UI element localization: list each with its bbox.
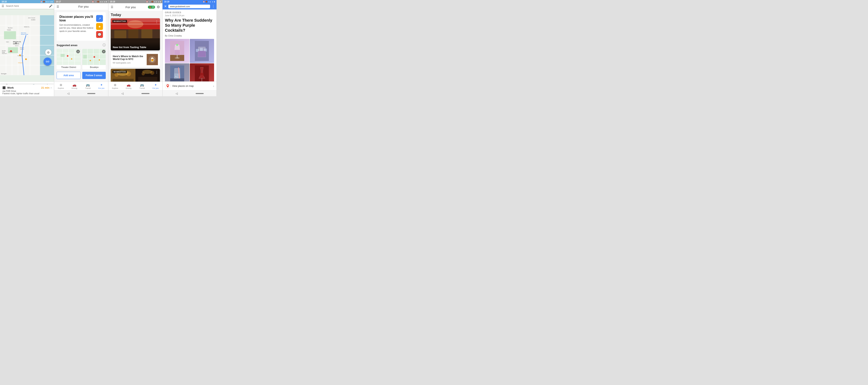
svg-point-84 [142, 72, 145, 75]
nav-transit-3[interactable]: 🚌 Transit [135, 83, 149, 90]
bookmark-icon: 🔖 [149, 6, 151, 8]
map-status-bar: 10:16 ⏰ 🔕 ▲▲ ▲ ▮ [0, 0, 54, 3]
map-area[interactable]: Brooklyn Heights BROOKLYN HEIGHTS Verizo… [0, 9, 54, 82]
list-card-text: Here's Where to Watch the World Cup in N… [113, 55, 145, 64]
svg-rect-66 [128, 28, 138, 38]
menu3-icon[interactable]: ☰ [111, 5, 113, 9]
today-time: 10:18 [110, 1, 115, 3]
go-button[interactable]: GO [43, 58, 52, 66]
map-link-text: View places on map [172, 85, 212, 88]
article-date: June 6, 2018 3:24 pm [162, 14, 217, 18]
list-card-title: Here's Where to Watch the World Cup in N… [113, 55, 145, 61]
nav-explore-3[interactable]: ⊕ Explore [108, 83, 122, 90]
foryou2-icon: ✦ [100, 83, 103, 87]
area-card-theater[interactable]: ✕ Theater District [57, 49, 81, 69]
locate-button[interactable]: ⊙ [45, 49, 52, 56]
svg-text:Google: Google [1, 73, 7, 74]
home-pill-3[interactable] [142, 93, 150, 94]
signal3-icon: ▲▲ [154, 1, 157, 3]
nav-driving-3[interactable]: 🚗 Driving [122, 83, 135, 90]
menu2-icon[interactable]: ☰ [57, 5, 59, 8]
nav-foryou-2[interactable]: ✦ For you [95, 83, 108, 90]
alarm3-icon: ⏰ [146, 1, 148, 3]
svg-rect-83 [138, 77, 157, 82]
area-card-brooklyn[interactable]: ✕ Brooklyn [82, 49, 106, 69]
discover-panel: 10:17 ⏰ 🤖 🔕 ▲▲ ▲ ▮ ☰ For you Discover pl… [54, 0, 108, 96]
svg-rect-104 [202, 78, 202, 82]
browser-more-icon[interactable]: ⋮ [212, 4, 215, 8]
driving2-label: Driving [72, 87, 77, 89]
follow-areas-button[interactable]: Follow 3 areas [82, 72, 106, 79]
svg-point-57 [90, 60, 91, 61]
more-options2-icon[interactable]: ⋮ [155, 70, 158, 74]
list-card-source: 🍽 tastingtable.com [113, 61, 145, 64]
wifi-icon: ▲ [49, 1, 51, 3]
more-options-icon[interactable]: ⋮ [155, 20, 158, 24]
wifi2-icon: ▲ [103, 1, 105, 3]
svg-text:High Street -: High Street - [21, 32, 27, 33]
discover-hero: Discover places you'll love Get recommen… [57, 12, 106, 41]
chat-icon: 💬 [96, 31, 103, 38]
notification-badge[interactable]: 🔖 23 [148, 6, 155, 9]
browser-bar: ✕ www.grubstreet.com ⋮ [162, 3, 217, 9]
article-content: GRUB GUIDES June 6, 2018 3:24 pm Why Are… [162, 9, 217, 82]
theater-remove-btn[interactable]: ✕ [76, 50, 80, 53]
nav-foryou-3[interactable]: ✦ For you [149, 83, 162, 90]
add-area-button[interactable]: Add area [57, 72, 81, 79]
info-icon[interactable]: ⓘ [102, 43, 106, 47]
url-bar[interactable]: www.grubstreet.com [168, 5, 210, 8]
second-featured-card[interactable]: MANHATTAN ⋮ [111, 69, 160, 82]
mic-icon[interactable]: 🎤 [49, 4, 52, 8]
back3-icon[interactable]: ◁ [121, 92, 124, 95]
theater-map: ✕ [57, 49, 81, 65]
driving3-icon: 🚗 [127, 83, 131, 87]
tasting-table-card[interactable]: MANHATTAN New list from Tasting Table ⋮ [111, 18, 160, 50]
today-status-icons: ⏰ 🤖 🔕 ▲▲ ▲ ▮ [146, 1, 161, 3]
discover-headline: Discover places you'll love [59, 15, 94, 22]
svg-text:WeWork Du...: WeWork Du... [24, 26, 30, 28]
svg-text:Brooklyn: Brooklyn [8, 27, 13, 29]
explore2-label: Explore [58, 87, 64, 89]
today-bottom-nav: ⊕ Explore 🚗 Driving 🚌 Transit ✦ For you [108, 82, 162, 90]
featured-badge: MANHATTAN [112, 20, 127, 23]
suggested-title: Suggested areas [57, 44, 78, 47]
svg-text:Brooklyn Bridge: Brooklyn Bridge [21, 34, 28, 35]
home-pill-2[interactable] [87, 93, 95, 94]
home-pill-4[interactable] [196, 93, 204, 94]
back2-icon[interactable]: ◁ [67, 92, 69, 95]
map-search-bar: ☰ 🎤 [0, 3, 54, 9]
svg-text:Brooklyn: Brooklyn [2, 50, 6, 51]
settings-icon[interactable]: ⚙ [157, 5, 160, 9]
back4-icon[interactable]: ◁ [176, 92, 178, 95]
battery2-icon: ▮ [106, 1, 106, 3]
menu-icon[interactable]: ☰ [2, 4, 4, 8]
svg-rect-78 [113, 79, 134, 82]
signal-icon: ▲▲ [45, 1, 49, 3]
work-chevron-icon[interactable]: › [51, 86, 52, 89]
today-panel: 10:18 ⏰ 🤖 🔕 ▲▲ ▲ ▮ ☰ For you 🔖 23 ⚙ Toda… [108, 0, 162, 96]
explore2-icon: ⊕ [60, 83, 62, 87]
nav-driving-2[interactable]: 🚗 Driving [68, 83, 81, 90]
today-section-title: Today [108, 11, 162, 18]
red-drink-img [195, 65, 209, 82]
theater-label: Theater District [57, 65, 81, 69]
nav-transit-2[interactable]: 🚌 Transit [81, 83, 95, 90]
today-content: Today MANHATTAN New list from Tasting T [108, 11, 162, 82]
photo-purple-ice [190, 39, 214, 63]
star-icon: ★ [96, 23, 103, 30]
search-input[interactable] [6, 5, 48, 7]
svg-rect-45 [61, 54, 65, 57]
map-link-bar[interactable]: View places on map › [162, 82, 217, 90]
signal4-icon: ▲▲ [208, 1, 211, 3]
second-badge: MANHATTAN [112, 70, 127, 73]
discover-time: 10:17 [56, 1, 61, 3]
driving2-icon: 🚗 [72, 83, 76, 87]
discover-title: For you [61, 5, 106, 8]
worldcup-list-card[interactable]: Here's Where to Watch the World Cup in N… [111, 52, 160, 67]
nav-explore-2[interactable]: ⊕ Explore [54, 83, 68, 90]
maps-logo-icon [165, 83, 170, 89]
svg-point-99 [177, 75, 178, 75]
brooklyn-remove-btn[interactable]: ✕ [102, 50, 105, 53]
today-header: ☰ For you 🔖 23 ⚙ [108, 3, 162, 11]
browser-close-icon[interactable]: ✕ [164, 4, 167, 8]
